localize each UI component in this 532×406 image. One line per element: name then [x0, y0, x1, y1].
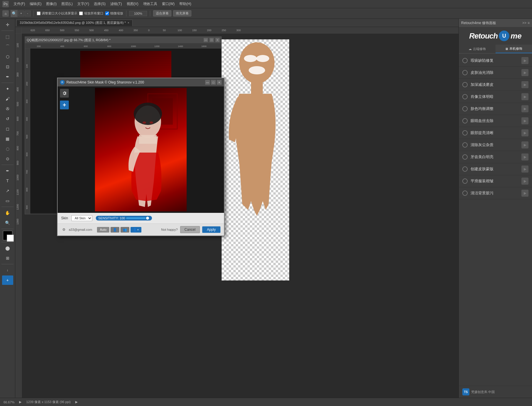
menu-help[interactable]: 帮助(H) — [179, 1, 191, 6]
dialog-maximize-button[interactable]: □ — [211, 80, 216, 85]
item8-radio[interactable] — [462, 142, 468, 148]
quick-select-tool[interactable]: ⬡ — [2, 52, 13, 61]
menu-type[interactable]: 文字(Y) — [77, 1, 89, 6]
apply-button[interactable]: Apply — [202, 226, 220, 233]
item5-run-button[interactable]: ▶ — [521, 105, 528, 112]
brush-tool[interactable]: 🖌 — [2, 94, 13, 103]
doc-close-button[interactable]: × — [215, 38, 220, 42]
menu-filter[interactable]: 滤镜(T) — [110, 1, 122, 6]
item7-run-button[interactable]: ▶ — [521, 129, 528, 136]
gradient-tool[interactable]: ▦ — [2, 134, 13, 143]
dodge-tool[interactable]: ⊙ — [2, 154, 13, 163]
panel-item[interactable]: 创建皮肤蒙版 ▶ — [459, 163, 532, 175]
menu-window[interactable]: 窗口(W) — [162, 1, 175, 6]
blur-tool[interactable]: ◌ — [2, 144, 13, 153]
dialog-close-button[interactable]: × — [217, 80, 222, 85]
quick-mask-mode[interactable]: ⬤ — [2, 243, 13, 253]
fill-screen-button[interactable]: 填充屏幕 — [173, 10, 191, 16]
scrubby-zoom-checkbox[interactable]: 细微缩放 — [105, 11, 123, 16]
panel-item[interactable]: 肤色均衡调整 ▶ — [459, 103, 532, 115]
dialog-add-button[interactable]: + — [60, 101, 69, 109]
eraser-tool[interactable]: ◻ — [2, 124, 13, 133]
zoom-all-checkbox[interactable]: 缩放所有窗口 — [79, 11, 103, 16]
doc-window-title-bar[interactable]: QQ截图20250120000237.jpg @ 66.7% (图层 1, RG… — [25, 37, 221, 43]
item12-radio[interactable] — [462, 191, 468, 196]
doc-maximize-button[interactable]: □ — [210, 38, 214, 42]
sensitivity-slider-thumb[interactable] — [145, 216, 150, 220]
panel-item[interactable]: 清洁背景脏污 ▶ — [459, 187, 532, 199]
screen-mode[interactable]: ⊞ — [2, 253, 13, 263]
cancel-button[interactable]: Cancel — [180, 226, 200, 233]
menu-image[interactable]: 图像(I) — [46, 1, 56, 6]
item10-radio[interactable] — [462, 166, 468, 172]
item11-run-button[interactable]: ▶ — [521, 178, 528, 185]
menu-edit[interactable]: 编辑(E) — [30, 1, 41, 6]
item9-run-button[interactable]: ▶ — [521, 153, 528, 161]
item2-run-button[interactable]: ▶ — [521, 69, 528, 76]
menu-file[interactable]: 文件(F) — [14, 1, 25, 6]
shape-tool[interactable]: ▭ — [2, 196, 13, 205]
healing-brush-tool[interactable]: ✦ — [2, 84, 13, 93]
dialog-gear-icon[interactable]: ⚙ — [61, 227, 66, 232]
dialog-title-bar[interactable]: R Retouch4me Skin Mask © Oleg Sharonov v… — [58, 78, 224, 86]
panel-item[interactable]: 眼部提亮清晰 ▶ — [459, 127, 532, 139]
lasso-tool[interactable]: ⌒ — [2, 42, 13, 51]
history-brush-tool[interactable]: ↺ — [2, 114, 13, 123]
eyedropper-tool[interactable]: ✒ — [2, 72, 13, 81]
item8-run-button[interactable]: ▶ — [521, 141, 528, 148]
selected-person-button[interactable]: 👤+ — [131, 227, 141, 233]
item1-radio[interactable] — [462, 58, 468, 63]
resize-window-checkbox[interactable]: 调整窗口大小以清屏显示 — [37, 11, 77, 16]
item1-run-button[interactable]: ▶ — [521, 57, 528, 64]
item11-radio[interactable] — [462, 178, 468, 184]
foreground-color[interactable] — [3, 231, 12, 240]
zoom-in-button[interactable]: + — [18, 11, 24, 16]
panel-item[interactable]: 清除灰尘杂质 ▶ — [459, 139, 532, 151]
auto-button[interactable]: Auto — [97, 227, 110, 233]
person-select-button[interactable]: 👤 — [111, 227, 119, 233]
item9-radio[interactable] — [462, 154, 468, 160]
panel-item[interactable]: 瑕疵缺陷修复 ▶ — [459, 55, 532, 67]
item4-radio[interactable] — [462, 94, 468, 99]
item5-radio[interactable] — [462, 106, 468, 111]
tab-cloud-retouch[interactable]: ☁ 云端修饰 — [459, 45, 496, 53]
item3-run-button[interactable]: ▶ — [521, 81, 528, 88]
panel-item[interactable]: 加深减淡磨皮 ▶ — [459, 79, 532, 91]
menu-layer[interactable]: 图层(L) — [61, 1, 73, 6]
zoom-tool-icon[interactable]: 🔍 — [11, 10, 18, 17]
skin-type-select[interactable]: All Skin — [71, 215, 92, 221]
panel-expand-button[interactable]: >> — [522, 21, 526, 25]
dialog-minimize-button[interactable]: — — [205, 80, 210, 85]
expand-arrow2[interactable]: ▶ — [75, 400, 78, 404]
panel-item[interactable]: 平滑服装褶皱 ▶ — [459, 175, 532, 187]
panel-item[interactable]: 皮肤油光消除 ▶ — [459, 67, 532, 79]
zoom-tool[interactable]: 🔍 — [2, 218, 13, 228]
move-tool[interactable]: ✛ — [2, 20, 13, 29]
tab-main-document[interactable]: 31f3b0bb3345d0d3f9d12e9c835f2db2.png @ 1… — [16, 20, 133, 26]
group-select-button[interactable]: 👥 — [121, 227, 129, 233]
tab-close-button[interactable]: × — [128, 21, 129, 24]
item3-radio[interactable] — [462, 82, 468, 87]
item7-radio[interactable] — [462, 130, 468, 136]
fit-screen-button[interactable]: 适合屏幕 — [153, 10, 171, 16]
exchange-app[interactable]: ↕ — [2, 265, 13, 275]
hand-tool[interactable]: ✋ — [2, 208, 13, 218]
item10-run-button[interactable]: ▶ — [521, 166, 528, 173]
menu-view[interactable]: 视图(V) — [127, 1, 138, 6]
item6-run-button[interactable]: ▶ — [521, 117, 528, 124]
type-tool[interactable]: T — [2, 176, 13, 186]
marquee-tool[interactable]: ⬚ — [2, 32, 13, 41]
path-select-tool[interactable]: ↗ — [2, 186, 13, 196]
item2-radio[interactable] — [462, 70, 468, 75]
item6-radio[interactable] — [462, 118, 468, 123]
item4-run-button[interactable]: ▶ — [521, 93, 528, 100]
panel-item[interactable]: 眼睛血丝去除 ▶ — [459, 115, 532, 127]
home-icon[interactable]: ⌂ — [2, 10, 9, 17]
add-plugin[interactable]: + — [2, 275, 13, 285]
tab-local-retouch[interactable]: 🖥 本机修饰 — [496, 45, 532, 53]
expand-arrow[interactable]: ▶ — [19, 400, 21, 404]
clone-stamp-tool[interactable]: ✇ — [2, 104, 13, 113]
item12-run-button[interactable]: ▶ — [521, 190, 528, 197]
menu-plugins[interactable]: 增效工具 — [143, 1, 157, 6]
panel-item[interactable]: 肖像立体明暗 ▶ — [459, 91, 532, 103]
